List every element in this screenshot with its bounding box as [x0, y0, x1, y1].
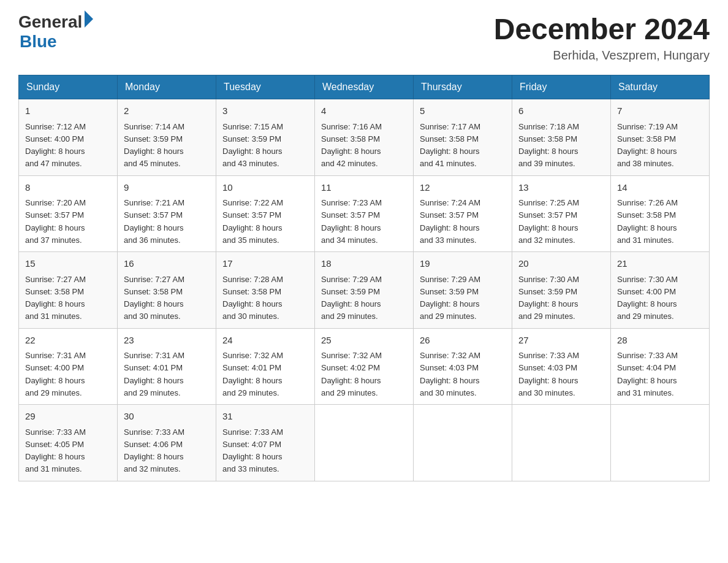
day-info: Sunrise: 7:19 AMSunset: 3:58 PMDaylight:… — [617, 122, 678, 169]
calendar-cell: 7 Sunrise: 7:19 AMSunset: 3:58 PMDayligh… — [611, 99, 710, 176]
calendar-cell: 22 Sunrise: 7:31 AMSunset: 4:00 PMDaylig… — [19, 328, 118, 405]
calendar-cell: 18 Sunrise: 7:29 AMSunset: 3:59 PMDaylig… — [315, 252, 414, 329]
day-info: Sunrise: 7:28 AMSunset: 3:58 PMDaylight:… — [222, 275, 283, 321]
calendar-cell: 31 Sunrise: 7:33 AMSunset: 4:07 PMDaylig… — [216, 405, 315, 481]
day-number: 6 — [518, 104, 604, 118]
col-friday: Friday — [512, 75, 611, 99]
day-number: 12 — [420, 181, 506, 195]
location-subtitle: Berhida, Veszprem, Hungary — [494, 48, 710, 63]
day-number: 1 — [25, 104, 111, 118]
day-number: 21 — [617, 257, 703, 271]
day-number: 19 — [420, 257, 506, 271]
day-info: Sunrise: 7:14 AMSunset: 3:59 PMDaylight:… — [124, 122, 184, 169]
day-info: Sunrise: 7:29 AMSunset: 3:59 PMDaylight:… — [321, 275, 382, 321]
day-info: Sunrise: 7:32 AMSunset: 4:02 PMDaylight:… — [321, 351, 382, 397]
col-wednesday: Wednesday — [315, 75, 414, 99]
day-info: Sunrise: 7:32 AMSunset: 4:03 PMDaylight:… — [420, 351, 480, 397]
calendar-cell — [611, 405, 710, 481]
month-year-title: December 2024 — [494, 12, 710, 46]
calendar-cell: 20 Sunrise: 7:30 AMSunset: 3:59 PMDaylig… — [512, 252, 611, 329]
day-number: 30 — [124, 410, 210, 424]
calendar-cell: 10 Sunrise: 7:22 AMSunset: 3:57 PMDaylig… — [216, 175, 315, 252]
calendar-cell: 12 Sunrise: 7:24 AMSunset: 3:57 PMDaylig… — [414, 175, 512, 252]
day-number: 2 — [124, 104, 210, 118]
day-info: Sunrise: 7:15 AMSunset: 3:59 PMDaylight:… — [222, 122, 283, 169]
day-info: Sunrise: 7:33 AMSunset: 4:04 PMDaylight:… — [617, 351, 678, 397]
day-info: Sunrise: 7:33 AMSunset: 4:06 PMDaylight:… — [124, 427, 184, 474]
calendar-cell: 26 Sunrise: 7:32 AMSunset: 4:03 PMDaylig… — [414, 328, 512, 405]
day-info: Sunrise: 7:30 AMSunset: 3:59 PMDaylight:… — [518, 275, 579, 321]
calendar-cell: 14 Sunrise: 7:26 AMSunset: 3:58 PMDaylig… — [611, 175, 710, 252]
calendar-cell: 23 Sunrise: 7:31 AMSunset: 4:01 PMDaylig… — [118, 328, 216, 405]
header-row: Sunday Monday Tuesday Wednesday Thursday… — [19, 75, 710, 99]
calendar-cell: 19 Sunrise: 7:29 AMSunset: 3:59 PMDaylig… — [414, 252, 512, 329]
calendar-cell: 6 Sunrise: 7:18 AMSunset: 3:58 PMDayligh… — [512, 99, 611, 176]
day-number: 25 — [321, 334, 407, 348]
calendar-cell: 13 Sunrise: 7:25 AMSunset: 3:57 PMDaylig… — [512, 175, 611, 252]
calendar-cell — [315, 405, 414, 481]
day-info: Sunrise: 7:27 AMSunset: 3:58 PMDaylight:… — [124, 275, 184, 321]
col-tuesday: Tuesday — [216, 75, 315, 99]
day-number: 14 — [617, 181, 703, 195]
day-info: Sunrise: 7:31 AMSunset: 4:01 PMDaylight:… — [124, 351, 184, 397]
day-info: Sunrise: 7:24 AMSunset: 3:57 PMDaylight:… — [420, 198, 480, 245]
day-number: 10 — [222, 181, 308, 195]
calendar-cell: 2 Sunrise: 7:14 AMSunset: 3:59 PMDayligh… — [118, 99, 216, 176]
day-info: Sunrise: 7:27 AMSunset: 3:58 PMDaylight:… — [25, 275, 86, 321]
col-thursday: Thursday — [414, 75, 512, 99]
calendar-cell: 25 Sunrise: 7:32 AMSunset: 4:02 PMDaylig… — [315, 328, 414, 405]
day-number: 17 — [222, 257, 308, 271]
calendar-week-row: 29 Sunrise: 7:33 AMSunset: 4:05 PMDaylig… — [19, 405, 710, 481]
calendar-cell: 15 Sunrise: 7:27 AMSunset: 3:58 PMDaylig… — [19, 252, 118, 329]
day-number: 18 — [321, 257, 407, 271]
col-monday: Monday — [118, 75, 216, 99]
day-number: 26 — [420, 334, 506, 348]
day-number: 27 — [518, 334, 604, 348]
calendar-week-row: 22 Sunrise: 7:31 AMSunset: 4:00 PMDaylig… — [19, 328, 710, 405]
calendar-cell: 3 Sunrise: 7:15 AMSunset: 3:59 PMDayligh… — [216, 99, 315, 176]
calendar-cell: 30 Sunrise: 7:33 AMSunset: 4:06 PMDaylig… — [118, 405, 216, 481]
col-saturday: Saturday — [611, 75, 710, 99]
calendar-header: Sunday Monday Tuesday Wednesday Thursday… — [19, 75, 710, 99]
day-number: 28 — [617, 334, 703, 348]
day-number: 7 — [617, 104, 703, 118]
day-number: 4 — [321, 104, 407, 118]
day-number: 24 — [222, 334, 308, 348]
day-info: Sunrise: 7:20 AMSunset: 3:57 PMDaylight:… — [25, 198, 86, 245]
calendar-cell: 8 Sunrise: 7:20 AMSunset: 3:57 PMDayligh… — [19, 175, 118, 252]
page-header: General Blue December 2024 Berhida, Vesz… — [18, 12, 710, 63]
day-info: Sunrise: 7:12 AMSunset: 4:00 PMDaylight:… — [25, 122, 86, 169]
day-info: Sunrise: 7:29 AMSunset: 3:59 PMDaylight:… — [420, 275, 480, 321]
day-info: Sunrise: 7:26 AMSunset: 3:58 PMDaylight:… — [617, 198, 678, 245]
day-number: 13 — [518, 181, 604, 195]
calendar-cell: 1 Sunrise: 7:12 AMSunset: 4:00 PMDayligh… — [19, 99, 118, 176]
calendar-cell: 28 Sunrise: 7:33 AMSunset: 4:04 PMDaylig… — [611, 328, 710, 405]
day-info: Sunrise: 7:25 AMSunset: 3:57 PMDaylight:… — [518, 198, 579, 245]
calendar-body: 1 Sunrise: 7:12 AMSunset: 4:00 PMDayligh… — [19, 99, 710, 481]
logo: General Blue — [18, 12, 93, 52]
calendar-cell: 24 Sunrise: 7:32 AMSunset: 4:01 PMDaylig… — [216, 328, 315, 405]
logo-blue-text: Blue — [20, 32, 93, 52]
calendar-cell: 4 Sunrise: 7:16 AMSunset: 3:58 PMDayligh… — [315, 99, 414, 176]
day-info: Sunrise: 7:16 AMSunset: 3:58 PMDaylight:… — [321, 122, 382, 169]
calendar-week-row: 8 Sunrise: 7:20 AMSunset: 3:57 PMDayligh… — [19, 175, 710, 252]
calendar-cell: 29 Sunrise: 7:33 AMSunset: 4:05 PMDaylig… — [19, 405, 118, 481]
calendar-cell: 21 Sunrise: 7:30 AMSunset: 4:00 PMDaylig… — [611, 252, 710, 329]
day-number: 3 — [222, 104, 308, 118]
logo-general-text: General — [18, 12, 82, 32]
calendar-cell — [414, 405, 512, 481]
day-info: Sunrise: 7:32 AMSunset: 4:01 PMDaylight:… — [222, 351, 283, 397]
day-info: Sunrise: 7:22 AMSunset: 3:57 PMDaylight:… — [222, 198, 283, 245]
day-number: 20 — [518, 257, 604, 271]
day-info: Sunrise: 7:33 AMSunset: 4:07 PMDaylight:… — [222, 427, 283, 474]
day-info: Sunrise: 7:21 AMSunset: 3:57 PMDaylight:… — [124, 198, 184, 245]
day-info: Sunrise: 7:18 AMSunset: 3:58 PMDaylight:… — [518, 122, 579, 169]
day-number: 23 — [124, 334, 210, 348]
day-info: Sunrise: 7:17 AMSunset: 3:58 PMDaylight:… — [420, 122, 480, 169]
title-area: December 2024 Berhida, Veszprem, Hungary — [494, 12, 710, 63]
day-info: Sunrise: 7:33 AMSunset: 4:03 PMDaylight:… — [518, 351, 579, 397]
day-number: 11 — [321, 181, 407, 195]
day-number: 9 — [124, 181, 210, 195]
col-sunday: Sunday — [19, 75, 118, 99]
day-info: Sunrise: 7:33 AMSunset: 4:05 PMDaylight:… — [25, 427, 86, 474]
